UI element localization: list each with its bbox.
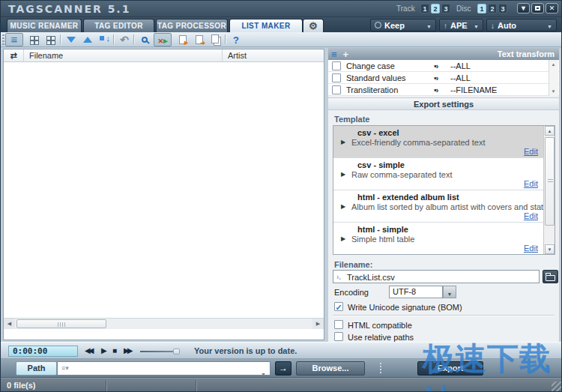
track-3-button[interactable]: 3 [441, 4, 450, 13]
edit-link[interactable]: Edit [524, 244, 538, 253]
minimize-button[interactable]: ▼ [517, 3, 530, 13]
template-scrollbar[interactable]: ▲ ▼ [543, 126, 555, 254]
scroll-left-button[interactable]: ◀ [4, 319, 15, 329]
close-icon: ✕ [549, 4, 555, 12]
track-1-button[interactable]: 1 [420, 4, 429, 13]
path-bar: Path Browse... Export [1, 359, 562, 378]
export-file-button[interactable] [191, 33, 208, 46]
transform-row-transliteration[interactable]: Transliteration --FILENAME [328, 84, 559, 96]
sort-button[interactable] [96, 33, 112, 46]
encoding-dropdown-button[interactable] [443, 286, 456, 298]
scroll-right-button[interactable]: ▶ [312, 319, 324, 329]
filename-input[interactable]: TrackList.csv [333, 270, 540, 283]
volume-handle[interactable] [173, 349, 180, 355]
close-button[interactable]: ✕ [546, 3, 558, 13]
ape-dropdown[interactable]: APE [439, 19, 483, 31]
search-button[interactable] [136, 33, 153, 46]
view-list-icon [11, 33, 18, 46]
scroll-down-icon[interactable]: ▼ [549, 88, 558, 95]
file-list-body[interactable] [4, 62, 324, 318]
transform-scrollbar[interactable]: ▲ ▼ [549, 60, 558, 96]
keep-dropdown[interactable]: Keep [370, 19, 436, 31]
bom-option[interactable]: Write Unicode signature (BOM) [328, 302, 553, 313]
previous-button[interactable] [85, 346, 91, 355]
scrollbar-thumb[interactable] [16, 319, 106, 328]
html-compatible-option[interactable]: HTML compatible [328, 320, 553, 331]
resize-grip[interactable] [552, 382, 561, 391]
template-item-html-extended[interactable]: html - extended album list Album list so… [333, 190, 555, 223]
status-separator [196, 380, 196, 391]
export-settings-header: Export settings [328, 97, 559, 110]
move-down-button[interactable] [63, 33, 79, 46]
column-filename[interactable]: Filename [24, 49, 223, 61]
help-button[interactable] [228, 33, 244, 46]
disc-3-button[interactable]: 3 [498, 4, 507, 13]
disc-1-button[interactable]: 1 [477, 4, 486, 13]
column-artist[interactable]: Artist [223, 49, 324, 61]
track-2-button[interactable]: 2 [431, 4, 440, 13]
preview-toggle-button[interactable] [154, 33, 172, 46]
auto-dropdown[interactable]: Auto [486, 19, 557, 31]
stop-button[interactable] [112, 346, 117, 355]
go-button[interactable] [275, 361, 291, 376]
bom-checkbox[interactable] [334, 302, 343, 311]
list-icon[interactable] [331, 47, 337, 61]
play-button[interactable] [101, 346, 107, 355]
html-compatible-checkbox[interactable] [334, 320, 343, 329]
toolbar [1, 32, 562, 47]
template-item-html-simple[interactable]: html - simple Simple html table Edit [333, 223, 555, 255]
tab-tag-processor[interactable]: TAG PROCESSOR [156, 19, 228, 32]
volume-slider[interactable] [140, 351, 179, 352]
transliteration-checkbox[interactable] [332, 85, 341, 94]
divider [333, 315, 555, 316]
shuffle-icon [10, 51, 16, 60]
tab-list-maker[interactable]: LIST MAKER [229, 19, 303, 32]
column-shuffle[interactable] [4, 49, 24, 61]
add-icon[interactable] [343, 47, 349, 61]
path-button[interactable]: Path [16, 361, 57, 376]
edit-link[interactable]: Edit [524, 179, 538, 188]
horizontal-scrollbar[interactable]: ◀ ▶ [4, 318, 324, 329]
disc-2-button[interactable]: 2 [488, 4, 497, 13]
scroll-up-icon[interactable]: ▲ [549, 61, 558, 68]
transform-row-change-case[interactable]: Change case --ALL [328, 60, 559, 72]
template-description: Excel-friendly comma-separated text [351, 138, 555, 147]
edit-link[interactable]: Edit [524, 211, 538, 220]
tab-music-renamer[interactable]: MUSIC RENAMER [7, 19, 82, 32]
view-list-button[interactable] [5, 33, 23, 46]
export-file-icon [196, 35, 203, 44]
disc-label: Disc [456, 4, 471, 13]
export-button[interactable]: Export [417, 361, 483, 376]
chevron-down-icon [447, 286, 453, 298]
play-file-button[interactable] [175, 33, 191, 46]
next-button[interactable] [124, 346, 130, 355]
copy-button[interactable] [208, 33, 224, 46]
scrollbar-thumb[interactable] [545, 137, 555, 226]
grid-small-button[interactable] [25, 33, 42, 46]
restore-button[interactable] [531, 3, 544, 13]
transform-row-standard-values[interactable]: Standard values --ALL [328, 72, 559, 84]
combo-menu-icon[interactable] [61, 364, 69, 372]
toolbar-grip[interactable] [2, 34, 4, 45]
edit-link[interactable]: Edit [524, 147, 538, 156]
relative-paths-option[interactable]: Use relative paths [328, 332, 553, 343]
move-up-button[interactable] [79, 33, 96, 46]
undo-button[interactable] [116, 33, 133, 46]
relative-paths-checkbox[interactable] [334, 332, 343, 341]
template-item-csv-simple[interactable]: csv - simple Raw comma-separated text Ed… [333, 158, 555, 190]
template-item-csv-excel[interactable]: csv - excel Excel-friendly comma-separat… [333, 126, 555, 158]
settings-tab[interactable] [303, 19, 324, 32]
ape-dropdown-value: APE [447, 21, 474, 30]
grid-large-button[interactable] [42, 33, 58, 46]
encoding-select[interactable]: UTF-8 [389, 286, 443, 298]
tab-tag-editor[interactable]: TAG EDITOR [83, 19, 154, 32]
browse-button[interactable]: Browse... [296, 361, 365, 376]
browse-filename-button[interactable] [543, 270, 558, 283]
scroll-up-icon[interactable]: ▲ [545, 126, 555, 136]
path-combobox[interactable] [57, 361, 271, 376]
change-case-checkbox[interactable] [332, 61, 341, 70]
gear-icon [309, 21, 318, 31]
standard-values-checkbox[interactable] [332, 73, 341, 82]
scroll-down-icon[interactable]: ▼ [545, 244, 555, 254]
relative-paths-label: Use relative paths [348, 333, 414, 342]
